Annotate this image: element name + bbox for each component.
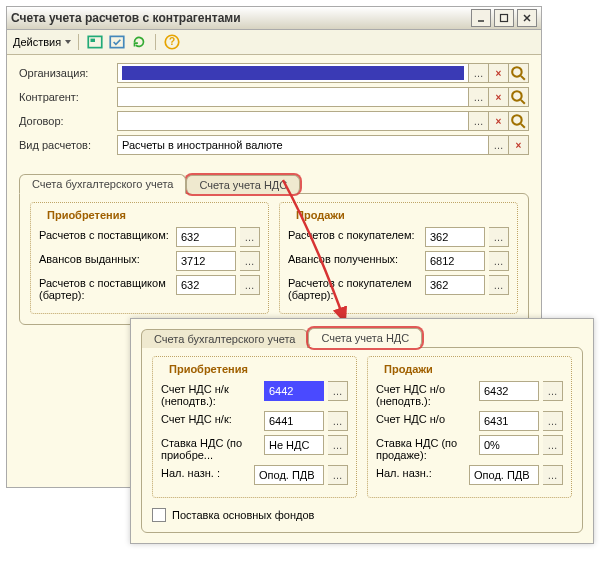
svg-point-13 [512, 115, 522, 125]
overlay-purchases-group: Приобретения Счет НДС н/к (неподтв.): 64… [152, 356, 357, 498]
sal-r3-val[interactable]: 362 [425, 275, 485, 295]
cpty-clear-button[interactable] [489, 87, 509, 107]
overlay-tab-vat[interactable]: Счета учета НДС [308, 328, 422, 348]
ov-pur-r2-label: Счет НДС н/к: [161, 411, 260, 425]
contract-label: Договор: [19, 115, 111, 127]
overlay-tab-accounting[interactable]: Счета бухгалтерского учета [141, 329, 308, 348]
svg-line-14 [521, 123, 525, 127]
pur-r2-val[interactable]: 3712 [176, 251, 236, 271]
contract-clear-button[interactable] [489, 111, 509, 131]
purchases-title: Приобретения [43, 209, 130, 221]
ov-pur-r3-label: Ставка НДС (по приобре... [161, 435, 260, 461]
ov-pur-r1-btn[interactable] [328, 381, 348, 401]
ov-sal-r4-btn[interactable] [543, 465, 563, 485]
help-icon[interactable]: ? [163, 33, 181, 51]
tab-accounting[interactable]: Счета бухгалтерского учета [19, 174, 186, 194]
org-select-button[interactable] [469, 63, 489, 83]
ov-sal-r4-label: Нал. назн.: [376, 465, 465, 479]
sal-r2-label: Авансов полученных: [288, 251, 421, 265]
ov-sal-r3-val[interactable]: 0% [479, 435, 539, 455]
ov-pur-r1-val[interactable]: 6442 [264, 381, 324, 401]
ov-pur-r4-label: Нал. назн. : [161, 465, 250, 479]
ov-sal-r3-label: Ставка НДС (по продаже): [376, 435, 475, 461]
tab-vat[interactable]: Счета учета НДС [186, 175, 300, 194]
overlay-sales-group: Продажи Счет НДС н/о (неподтв.): 6432 Сч… [367, 356, 572, 498]
cpty-input[interactable] [117, 87, 469, 107]
org-input[interactable] [117, 63, 469, 83]
ov-pur-r2-val[interactable]: 6441 [264, 411, 324, 431]
tabstrip: Счета бухгалтерского учета Счета учета Н… [7, 167, 541, 193]
pur-r3-btn[interactable] [240, 275, 260, 295]
actions-menu[interactable]: Действия [13, 36, 71, 48]
sal-r1-btn[interactable] [489, 227, 509, 247]
overlay-purchases-title: Приобретения [165, 363, 252, 375]
toolbar-icon-1[interactable] [86, 33, 104, 51]
svg-point-11 [512, 91, 522, 101]
tab-content: Приобретения Расчетов с поставщиком: 632… [19, 193, 529, 325]
sales-title: Продажи [292, 209, 349, 221]
toolbar: Действия ? [7, 30, 541, 55]
overlay-sales-title: Продажи [380, 363, 437, 375]
sales-group: Продажи Расчетов с покупателем: 362 Аван… [279, 202, 518, 314]
pur-r3-label: Расчетов с поставщиком (бартер): [39, 275, 172, 301]
ov-pur-r3-btn[interactable] [328, 435, 348, 455]
calc-type-label: Вид расчетов: [19, 139, 111, 151]
cpty-label: Контрагент: [19, 91, 111, 103]
ov-sal-r2-val[interactable]: 6431 [479, 411, 539, 431]
toolbar-icon-2[interactable] [108, 33, 126, 51]
pur-r3-val[interactable]: 632 [176, 275, 236, 295]
org-clear-button[interactable] [489, 63, 509, 83]
svg-rect-1 [501, 15, 508, 22]
svg-point-9 [512, 67, 522, 77]
checkbox-fixed-assets[interactable]: Поставка основных фондов [152, 508, 572, 522]
chevron-down-icon [65, 40, 71, 44]
sal-r3-btn[interactable] [489, 275, 509, 295]
pur-r1-btn[interactable] [240, 227, 260, 247]
calc-type-select-button[interactable] [489, 135, 509, 155]
window-title: Счета учета расчетов с контрагентами [11, 11, 241, 25]
cpty-lookup-button[interactable] [509, 87, 529, 107]
org-lookup-button[interactable] [509, 63, 529, 83]
actions-label: Действия [13, 36, 61, 48]
ov-sal-r3-btn[interactable] [543, 435, 563, 455]
svg-text:?: ? [169, 36, 175, 47]
ov-sal-r1-val[interactable]: 6432 [479, 381, 539, 401]
svg-rect-5 [91, 39, 96, 42]
org-selected-value [122, 66, 464, 80]
header-form: Организация: Контрагент: Договор: [7, 55, 541, 167]
pur-r1-label: Расчетов с поставщиком: [39, 227, 172, 241]
checkbox-icon [152, 508, 166, 522]
minimize-button[interactable] [471, 9, 491, 27]
ov-sal-r2-label: Счет НДС н/о [376, 411, 475, 425]
contract-select-button[interactable] [469, 111, 489, 131]
svg-line-10 [521, 75, 525, 79]
purchases-group: Приобретения Расчетов с поставщиком: 632… [30, 202, 269, 314]
ov-pur-r2-btn[interactable] [328, 411, 348, 431]
ov-pur-r3-val[interactable]: Не НДС [264, 435, 324, 455]
pur-r1-val[interactable]: 632 [176, 227, 236, 247]
ov-sal-r2-btn[interactable] [543, 411, 563, 431]
toolbar-icon-refresh[interactable] [130, 33, 148, 51]
cpty-select-button[interactable] [469, 87, 489, 107]
ov-sal-r1-btn[interactable] [543, 381, 563, 401]
ov-sal-r4-val[interactable]: Опод. ПДВ [469, 465, 539, 485]
org-label: Организация: [19, 67, 111, 79]
close-button[interactable] [517, 9, 537, 27]
sal-r1-label: Расчетов с покупателем: [288, 227, 421, 241]
titlebar: Счета учета расчетов с контрагентами [7, 7, 541, 30]
ov-pur-r4-btn[interactable] [328, 465, 348, 485]
ov-pur-r1-label: Счет НДС н/к (неподтв.): [161, 381, 260, 407]
window-vat-overlay: Счета бухгалтерского учета Счета учета Н… [130, 318, 594, 544]
sal-r2-btn[interactable] [489, 251, 509, 271]
contract-lookup-button[interactable] [509, 111, 529, 131]
sal-r1-val[interactable]: 362 [425, 227, 485, 247]
maximize-button[interactable] [494, 9, 514, 27]
contract-input[interactable] [117, 111, 469, 131]
ov-pur-r4-val[interactable]: Опод. ПДВ [254, 465, 324, 485]
pur-r2-btn[interactable] [240, 251, 260, 271]
calc-type-clear-button[interactable] [509, 135, 529, 155]
svg-line-12 [521, 99, 525, 103]
sal-r2-val[interactable]: 6812 [425, 251, 485, 271]
checkbox-label: Поставка основных фондов [172, 509, 314, 521]
calc-type-input[interactable]: Расчеты в иностранной валюте [117, 135, 489, 155]
